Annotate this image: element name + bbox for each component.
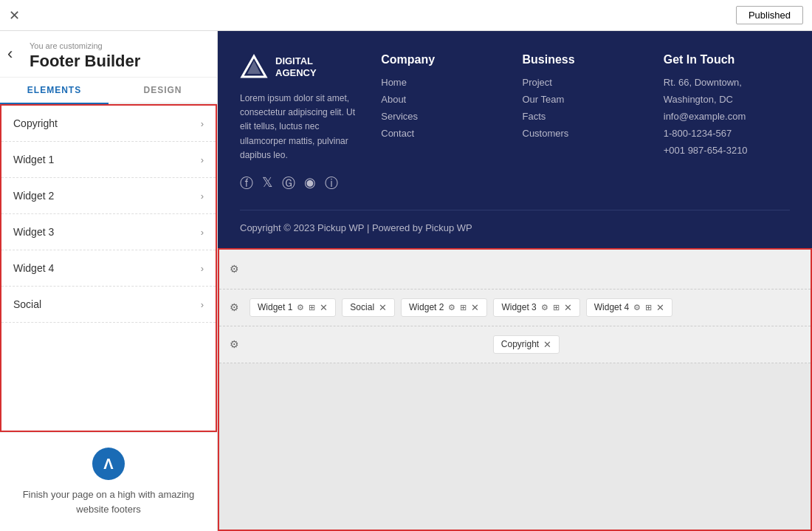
builder-area: ⚙ ⚙ Widget 1⚙⊞✕Social✕Widget 2⚙⊞✕Widget … [218, 248, 812, 531]
chip-social: Social✕ [342, 298, 395, 317]
chip-close-icon[interactable]: ✕ [379, 302, 387, 313]
company-link[interactable]: Services [381, 111, 507, 122]
chip-grid-icon[interactable]: ⊞ [309, 303, 315, 312]
element-label: Widget 1 [13, 154, 54, 165]
business-links: ProjectOur TeamFactsCustomers [523, 77, 649, 139]
element-item-widget3[interactable]: Widget 3› [1, 214, 216, 250]
element-label: Social [13, 298, 41, 310]
contact-line: 1-800-1234-567 [664, 128, 790, 139]
business-link[interactable]: Our Team [523, 94, 649, 105]
contact-lines: Rt. 66, Downtown,Washington, DCinfo@exam… [664, 77, 790, 156]
chip-settings-icon[interactable]: ⚙ [297, 303, 304, 312]
chip-widget2: Widget 2⚙⊞✕ [401, 298, 487, 317]
twitter-icon[interactable]: 𝕏 [262, 174, 273, 192]
instagram-icon[interactable]: ◉ [304, 174, 316, 192]
row3-chips: Copyright✕ [493, 335, 560, 354]
top-bar: ✕ Published [0, 0, 812, 31]
footer-description: Lorem ipsum dolor sit amet, consectetur … [240, 92, 366, 162]
footer-description: Finish your page on a high with amazing … [12, 487, 205, 516]
element-item-widget4[interactable]: Widget 4› [1, 250, 216, 287]
facebook-icon[interactable]: ⓕ [240, 174, 253, 192]
row1-gear[interactable]: ⚙ [227, 260, 242, 278]
chip-close-icon[interactable]: ✕ [320, 302, 328, 313]
chip-grid-icon[interactable]: ⊞ [645, 303, 652, 312]
contact-line: +001 987-654-3210 [664, 145, 790, 156]
footer-top: DIGITAL AGENCY Lorem ipsum dolor sit ame… [240, 53, 790, 192]
main-layout: ‹ You are customizing Footer Builder ELE… [0, 31, 812, 531]
element-item-widget1[interactable]: Widget 1› [1, 142, 216, 178]
row3-center: Copyright✕ [250, 335, 803, 354]
builder-row-3: ⚙ Copyright✕ [219, 326, 811, 363]
panel-footer: Λ Finish your page on a high with amazin… [0, 432, 217, 531]
tab-elements[interactable]: ELEMENTS [0, 78, 109, 104]
company-link[interactable]: About [381, 94, 507, 105]
panel-tabs: ELEMENTS DESIGN [0, 78, 217, 104]
close-button[interactable]: ✕ [9, 9, 20, 22]
chip-grid-icon[interactable]: ⊞ [553, 303, 560, 312]
chevron-icon: › [201, 118, 204, 129]
chip-label: Copyright [501, 339, 539, 349]
chip-widget1: Widget 1⚙⊞✕ [250, 298, 336, 317]
company-title: Company [381, 53, 507, 66]
footer-col-business: Business ProjectOur TeamFactsCustomers [523, 53, 649, 192]
chip-widget4: Widget 4⚙⊞✕ [586, 298, 672, 317]
element-item-social[interactable]: Social› [1, 287, 216, 323]
company-link[interactable]: Contact [381, 128, 507, 139]
builder-row-2: ⚙ Widget 1⚙⊞✕Social✕Widget 2⚙⊞✕Widget 3⚙… [219, 290, 811, 326]
element-label: Widget 4 [13, 262, 54, 274]
contact-line: Washington, DC [664, 94, 790, 105]
chevron-icon: › [201, 191, 204, 202]
business-title: Business [523, 53, 649, 66]
footer-col-company: Company HomeAboutServicesContact [381, 53, 507, 192]
copyright-text: Copyright © 2023 Pickup WP | Powered by … [240, 222, 472, 233]
company-links: HomeAboutServicesContact [381, 77, 507, 139]
element-label: Copyright [13, 117, 58, 129]
business-link[interactable]: Customers [523, 128, 649, 139]
business-link[interactable]: Project [523, 77, 649, 88]
chip-label: Widget 1 [258, 302, 292, 312]
google-icon[interactable]: Ⓖ [282, 174, 295, 192]
company-link[interactable]: Home [381, 77, 507, 88]
chip-settings-icon[interactable]: ⚙ [541, 303, 548, 312]
chip-widget3: Widget 3⚙⊞✕ [493, 298, 579, 317]
chip-close-icon[interactable]: ✕ [564, 302, 572, 313]
back-button[interactable]: ‹ [7, 44, 13, 64]
logo-text: DIGITAL AGENCY [275, 55, 317, 78]
row2-chips: Widget 1⚙⊞✕Social✕Widget 2⚙⊞✕Widget 3⚙⊞✕… [250, 298, 803, 317]
footer-logo-area: DIGITAL AGENCY Lorem ipsum dolor sit ame… [240, 53, 366, 192]
contact-line: info@example.com [664, 111, 790, 122]
business-link[interactable]: Facts [523, 111, 649, 122]
social-icons: ⓕ𝕏Ⓖ◉ⓘ [240, 174, 366, 192]
published-button[interactable]: Published [736, 6, 803, 24]
chip-copyright: Copyright✕ [493, 335, 560, 354]
row3-gear[interactable]: ⚙ [227, 335, 242, 353]
chip-close-icon[interactable]: ✕ [656, 302, 664, 313]
right-content: DIGITAL AGENCY Lorem ipsum dolor sit ame… [218, 31, 812, 531]
linkedin-icon[interactable]: ⓘ [325, 174, 338, 192]
chip-label: Social [350, 302, 374, 312]
element-item-copyright[interactable]: Copyright› [1, 106, 216, 142]
chip-label: Widget 2 [409, 302, 444, 312]
chip-close-icon[interactable]: ✕ [543, 339, 551, 350]
element-item-widget2[interactable]: Widget 2› [1, 178, 216, 214]
element-label: Widget 2 [13, 190, 54, 202]
chevron-icon: › [201, 263, 204, 274]
chip-label: Widget 4 [594, 302, 629, 312]
elements-list: Copyright›Widget 1›Widget 2›Widget 3›Wid… [0, 104, 217, 432]
chevron-icon: › [201, 227, 204, 238]
panel-header: ‹ You are customizing Footer Builder [0, 31, 217, 78]
tab-design[interactable]: DESIGN [109, 78, 217, 103]
chip-close-icon[interactable]: ✕ [471, 302, 479, 313]
logo-svg [240, 53, 268, 81]
builder-row-1: ⚙ [219, 250, 811, 290]
chip-grid-icon[interactable]: ⊞ [460, 303, 467, 312]
footer-bottom: Copyright © 2023 Pickup WP | Powered by … [240, 210, 790, 233]
chip-label: Widget 3 [501, 302, 536, 312]
footer-col-contact: Get In Touch Rt. 66, Downtown,Washington… [664, 53, 790, 192]
element-label: Widget 3 [13, 226, 54, 238]
chip-settings-icon[interactable]: ⚙ [448, 303, 455, 312]
chip-settings-icon[interactable]: ⚙ [633, 303, 641, 312]
row2-gear[interactable]: ⚙ [227, 298, 242, 316]
footer-logo: DIGITAL AGENCY [240, 53, 366, 81]
contact-line: Rt. 66, Downtown, [664, 77, 790, 88]
